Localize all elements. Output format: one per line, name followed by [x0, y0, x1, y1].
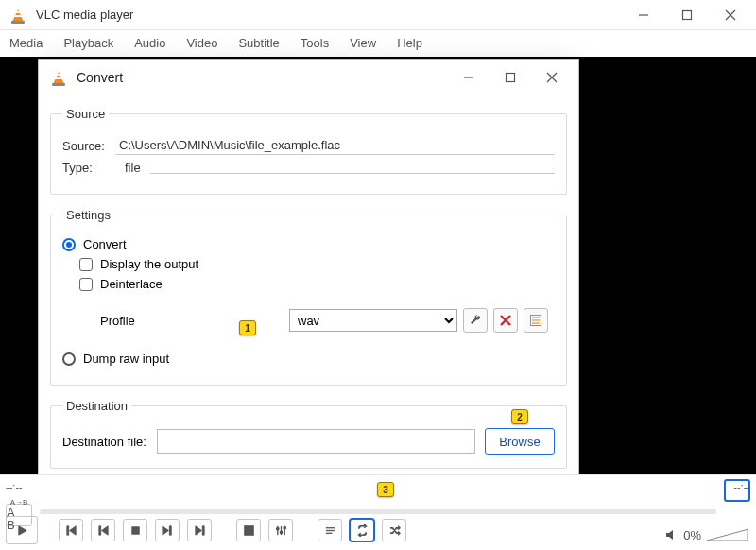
- skip-back-start-button[interactable]: [59, 519, 83, 541]
- radio-icon: [62, 352, 76, 366]
- source-legend: Source: [62, 107, 109, 121]
- display-output-label: Display the output: [100, 257, 198, 271]
- dump-raw-radio-row[interactable]: Dump raw input: [62, 352, 555, 366]
- menu-view[interactable]: View: [350, 36, 376, 50]
- destination-file-input[interactable]: [157, 429, 475, 454]
- vlc-cone-icon: [9, 7, 26, 24]
- new-list-icon: [529, 314, 542, 327]
- convert-radio-label: Convert: [83, 237, 127, 251]
- type-value: file: [125, 161, 141, 175]
- edit-profile-button[interactable]: [463, 308, 488, 333]
- radio-icon: [62, 238, 76, 251]
- menu-video[interactable]: Video: [186, 36, 217, 50]
- dialog-title: Convert: [77, 70, 123, 85]
- dialog-minimize-button[interactable]: [448, 60, 490, 95]
- main-window-title: VLC media player: [36, 8, 133, 22]
- fullscreen-button[interactable]: [236, 519, 261, 541]
- settings-legend: Settings: [62, 208, 114, 222]
- checkbox-icon: [79, 278, 93, 291]
- dump-raw-label: Dump raw input: [83, 352, 169, 366]
- main-maximize-button[interactable]: [665, 0, 709, 30]
- delete-profile-button[interactable]: [493, 308, 518, 333]
- x-red-icon: [499, 314, 512, 327]
- display-output-checkbox[interactable]: Display the output: [79, 257, 555, 271]
- time-elapsed: --:--: [6, 481, 23, 492]
- source-value: C:\Users\ADMIN\Music\file_example.flac: [115, 136, 555, 155]
- menu-help[interactable]: Help: [397, 36, 422, 50]
- checkbox-icon: [79, 258, 93, 271]
- speaker-icon: [664, 528, 678, 541]
- type-label: Type:: [62, 161, 115, 175]
- profile-select[interactable]: wav: [289, 309, 457, 332]
- shuffle-button[interactable]: [382, 519, 406, 541]
- main-minimize-button[interactable]: [622, 0, 665, 30]
- loop-button[interactable]: [350, 519, 374, 541]
- new-profile-button[interactable]: [524, 308, 548, 333]
- previous-button[interactable]: [91, 519, 115, 541]
- svg-rect-5: [507, 74, 515, 82]
- destination-group: Destination 2 Destination file: Browse: [50, 399, 567, 469]
- marker-3: 3: [377, 482, 394, 497]
- menu-media[interactable]: Media: [9, 36, 43, 50]
- wrench-icon: [469, 314, 482, 327]
- main-window-titlebar: VLC media player: [0, 0, 756, 30]
- source-label: Source:: [62, 139, 115, 153]
- corner-indicator: [724, 479, 750, 502]
- browse-button[interactable]: Browse: [485, 428, 555, 455]
- profile-label: Profile: [100, 314, 289, 328]
- source-group: Source Source: C:\Users\ADMIN\Music\file…: [50, 107, 567, 195]
- svg-rect-13: [244, 525, 252, 534]
- svg-rect-1: [683, 10, 692, 19]
- convert-dialog: Convert Source Source: C:\Users\ADMIN\Mu…: [38, 59, 579, 530]
- volume-percent: 0%: [683, 528, 701, 542]
- svg-rect-12: [131, 526, 138, 533]
- seek-bar[interactable]: [40, 509, 716, 514]
- dialog-maximize-button[interactable]: [490, 60, 531, 95]
- destination-legend: Destination: [62, 399, 131, 413]
- convert-radio-row[interactable]: Convert: [62, 237, 555, 251]
- svg-point-18: [280, 531, 282, 533]
- vlc-cone-icon: [50, 69, 67, 86]
- deinterlace-label: Deinterlace: [100, 277, 163, 291]
- volume-slider[interactable]: [707, 527, 748, 542]
- menubar: Media Playback Audio Video Subtitle Tool…: [0, 30, 756, 59]
- marker-1: 1: [239, 320, 256, 335]
- menu-tools[interactable]: Tools: [301, 36, 329, 50]
- dialog-titlebar[interactable]: Convert: [39, 60, 578, 95]
- svg-point-17: [276, 527, 278, 529]
- menu-playback[interactable]: Playback: [63, 36, 113, 50]
- skip-forward-end-button[interactable]: [187, 519, 212, 541]
- menu-subtitle[interactable]: Subtitle: [238, 36, 279, 50]
- svg-point-19: [284, 526, 285, 528]
- deinterlace-checkbox[interactable]: Deinterlace: [79, 277, 555, 291]
- destination-label: Destination file:: [62, 435, 157, 449]
- next-button[interactable]: [155, 519, 180, 541]
- playlist-button[interactable]: [318, 519, 342, 541]
- extended-settings-button[interactable]: [268, 519, 293, 541]
- marker-2: 2: [511, 409, 528, 424]
- type-underline: [150, 173, 555, 174]
- main-close-button[interactable]: [709, 0, 752, 30]
- svg-marker-23: [707, 529, 748, 541]
- stop-button[interactable]: [123, 519, 147, 541]
- menu-audio[interactable]: Audio: [134, 36, 165, 50]
- play-button[interactable]: [6, 516, 38, 544]
- settings-group: Settings Convert Display the output Dein…: [50, 208, 567, 386]
- dialog-close-button[interactable]: [531, 60, 573, 95]
